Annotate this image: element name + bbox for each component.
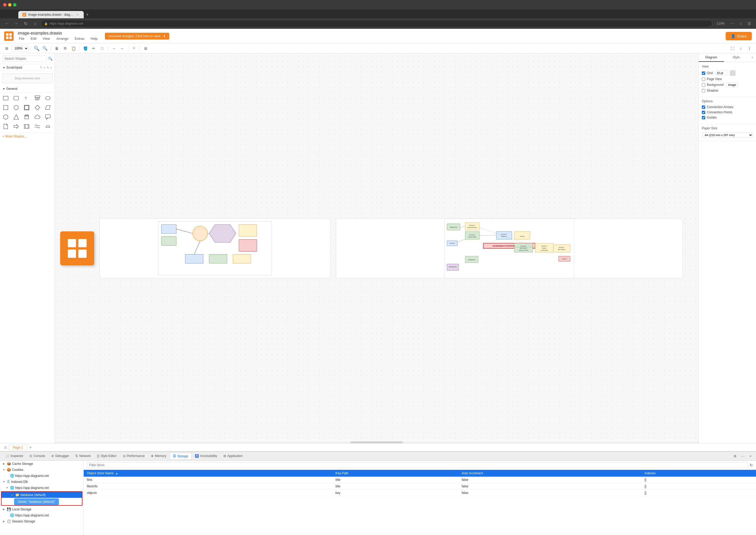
devtools-tab-memory[interactable]: ⊕ Memory xyxy=(148,453,169,460)
indexeddb-diagrams-expand[interactable]: ▼ xyxy=(5,486,9,489)
scratchpad-help-btn[interactable]: ? xyxy=(40,66,41,70)
shadow-checkbox[interactable] xyxy=(702,89,705,92)
shape-parallelogram[interactable] xyxy=(44,103,52,112)
tab-diagram[interactable]: Diagram xyxy=(699,53,724,62)
devtools-tab-debugger[interactable]: ⊘ Debugger xyxy=(48,453,72,460)
shape-hexagon[interactable] xyxy=(2,113,10,121)
storage-row-files[interactable]: files title false [] xyxy=(84,477,756,483)
page-tab-menu-btn[interactable]: ☰ xyxy=(2,444,8,451)
database-expand-icon[interactable]: ▶ xyxy=(11,493,14,496)
back-btn[interactable]: ← xyxy=(3,20,11,27)
shape-arrow-right[interactable] xyxy=(12,122,20,130)
tree-item-indexeddb[interactable]: ▼ 🗄 Indexed DB xyxy=(0,479,83,485)
devtools-tab-style-editor[interactable]: {} Style Editor xyxy=(94,453,120,460)
indexeddb-expand-icon[interactable]: ▼ xyxy=(2,480,6,483)
paste-btn[interactable]: 📋 xyxy=(70,45,77,52)
cache-expand-icon[interactable]: ▶ xyxy=(2,462,6,465)
drag-zone[interactable]: Drag elements here xyxy=(2,73,53,83)
shape-process[interactable] xyxy=(22,122,31,130)
shape-heading[interactable] xyxy=(33,94,41,102)
minimize-window-btn[interactable] xyxy=(8,3,12,7)
menu-edit[interactable]: Edit xyxy=(30,36,38,41)
save-badge[interactable]: Unsaved changes. Click here to save. ⬇ xyxy=(105,33,169,40)
col-object-store-name[interactable]: Object Store Name ▲ xyxy=(84,470,333,477)
close-window-btn[interactable] xyxy=(3,3,7,7)
fullscreen-btn[interactable]: ⛶ xyxy=(729,45,736,52)
shadow-label[interactable]: Shadow xyxy=(702,89,718,92)
tree-item-local-storage-diagrams[interactable]: 🌐 https://app.diagrams.net xyxy=(0,512,83,518)
devtools-tab-performance[interactable]: ◎ Performance xyxy=(120,453,148,460)
tree-item-indexeddb-diagrams[interactable]: ▼ 🌐 https://app.diagrams.net xyxy=(0,485,83,491)
guides-label[interactable]: Guides xyxy=(702,116,717,119)
filter-input[interactable] xyxy=(87,462,748,468)
menu-view[interactable]: View xyxy=(41,36,51,41)
hide-panel-btn[interactable]: ⟩ xyxy=(745,45,753,52)
paper-size-dropdown[interactable]: A4 (210 mm x 297 mm) A3 (297 mm x 420 mm… xyxy=(702,132,753,138)
canvas-area[interactable]: ON-DEMAND SYSTEM DEVELOPMENT Engineering… xyxy=(55,53,698,443)
canvas-scrollbar[interactable] xyxy=(55,441,698,443)
connector-btn[interactable]: → xyxy=(110,45,118,52)
shape-rectangle[interactable] xyxy=(2,94,10,102)
zoom-select[interactable]: 100% 110% 150% 200% 75% 50% xyxy=(12,45,29,52)
scratchpad-edit-btn[interactable]: ✎ xyxy=(46,66,49,70)
col-indexes[interactable]: Indexes xyxy=(641,470,756,477)
more-shapes-btn[interactable]: + More Shapes... xyxy=(0,132,55,140)
search-shapes-input[interactable] xyxy=(2,55,46,62)
shape-ellipse[interactable] xyxy=(44,94,52,102)
tree-item-session-storage[interactable]: ▶ 📋 Session Storage xyxy=(0,518,83,524)
refresh-btn[interactable]: ↻ xyxy=(22,20,29,27)
page-view-checkbox[interactable] xyxy=(702,77,705,81)
devtools-more-btn[interactable]: ⋯ xyxy=(739,453,746,460)
menu-btn[interactable]: ☰ xyxy=(745,20,753,27)
menu-arrange[interactable]: Arrange xyxy=(55,36,69,41)
shape-callout[interactable] xyxy=(44,113,52,121)
devtools-tab-inspector[interactable]: ⬜ Inspector xyxy=(2,453,26,460)
grid-checkbox[interactable] xyxy=(702,71,705,75)
extensions-btn[interactable]: ⋯ xyxy=(729,20,736,27)
canvas-scrollbar-thumb[interactable] xyxy=(351,441,403,443)
refresh-storage-btn[interactable]: ↻ xyxy=(750,463,753,467)
shape-diamond[interactable] xyxy=(33,103,41,112)
tree-item-cookies-diagrams[interactable]: 🌐 https://app.diagrams.net xyxy=(0,473,83,479)
table-btn[interactable]: ⊞ xyxy=(142,45,149,52)
storage-row-filesinfo[interactable]: filesInfo title false [] xyxy=(84,483,756,490)
tab-close-btn[interactable]: × xyxy=(75,13,80,17)
copy-btn[interactable]: ⧉ xyxy=(62,45,69,52)
devtools-tab-accessibility[interactable]: ♿ Accessibility xyxy=(192,453,220,460)
devtools-tab-network[interactable]: ⇅ Network xyxy=(72,453,94,460)
devtools-close-btn[interactable]: × xyxy=(747,453,754,460)
shape-triangle[interactable] xyxy=(12,113,20,121)
shape-square[interactable] xyxy=(2,103,10,112)
connection-arrows-checkbox[interactable] xyxy=(702,105,705,109)
shape-cloud[interactable] xyxy=(33,113,41,121)
collapse-btn[interactable]: ↕ xyxy=(737,45,744,52)
scratchpad-expand[interactable]: ▼ Scratchpad xyxy=(3,66,22,70)
shape-circle[interactable] xyxy=(12,103,20,112)
tree-item-database-default[interactable]: ▶ 📁 database (default) xyxy=(2,492,82,498)
connection-points-checkbox[interactable] xyxy=(702,111,705,114)
shape-rounded-rect[interactable] xyxy=(12,94,20,102)
tree-item-cache-storage[interactable]: ▶ 📦 Cache Storage xyxy=(0,461,83,467)
share-button[interactable]: 👤 Share xyxy=(726,32,752,40)
fill-btn[interactable]: 🪣 xyxy=(82,45,89,52)
col-auto-increment[interactable]: Auto Increment xyxy=(459,470,641,477)
home-btn[interactable]: ⌂ xyxy=(31,20,39,27)
grid-color-box[interactable] xyxy=(730,70,735,76)
page-tab-1[interactable]: Page-1 xyxy=(8,445,27,450)
delete-btn[interactable]: 🗑 xyxy=(53,45,61,52)
guides-checkbox[interactable] xyxy=(702,116,705,119)
connection-points-label[interactable]: Connection Points xyxy=(702,110,732,114)
background-image-btn[interactable]: Image xyxy=(726,82,739,87)
storage-row-objects[interactable]: objects key false [] xyxy=(84,490,756,496)
bookmark-btn[interactable]: ☆ xyxy=(737,20,744,27)
devtools-tab-storage[interactable]: 🗄 Storage xyxy=(170,453,192,460)
panel-close-btn[interactable]: × xyxy=(749,53,756,62)
zoom-in-btn[interactable]: 🔍 xyxy=(33,45,40,52)
grid-label[interactable]: Grid xyxy=(702,71,713,75)
local-storage-expand[interactable]: ▶ xyxy=(2,508,6,511)
session-storage-expand[interactable]: ▶ xyxy=(2,520,6,523)
insert-btn[interactable]: + xyxy=(130,45,138,52)
devtools-tab-application[interactable]: ⊞ Application xyxy=(220,453,246,460)
waypoint-btn[interactable]: ↔ xyxy=(119,45,126,52)
maximize-window-btn[interactable] xyxy=(13,3,16,7)
